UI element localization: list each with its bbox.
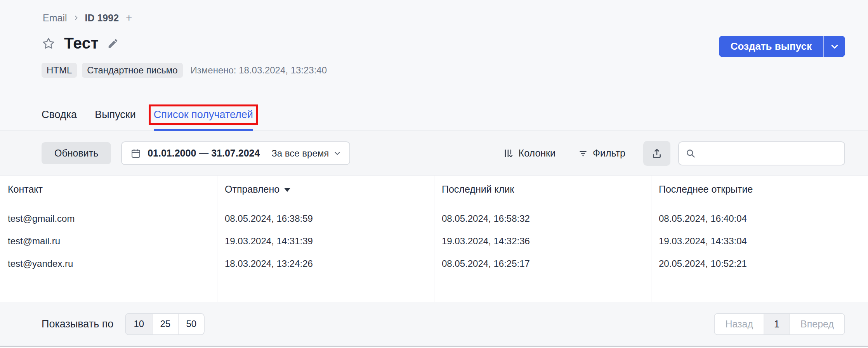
page-size-50[interactable]: 50 <box>178 314 204 334</box>
cell-last-open: 08.05.2024, 16:40:04 <box>651 213 868 224</box>
column-header-sent[interactable]: Отправлено <box>217 184 434 195</box>
column-header-last-click[interactable]: Последний клик <box>434 184 651 195</box>
modified-timestamp: Изменено: 18.03.2024, 13:23:40 <box>191 65 327 76</box>
cell-sent: 18.03.2024, 13:24:26 <box>217 258 434 269</box>
upload-icon <box>651 147 663 160</box>
breadcrumb-email-link[interactable]: Email <box>43 12 67 24</box>
pagination-next-button[interactable]: Вперед <box>789 314 844 334</box>
column-divider <box>434 176 434 302</box>
cell-sent: 19.03.2024, 14:31:39 <box>217 236 434 247</box>
recipients-table: Контакт Отправлено Последний клик Послед… <box>0 176 868 302</box>
search-input[interactable] <box>700 148 838 159</box>
period-dropdown[interactable]: За все время <box>271 148 342 159</box>
star-icon[interactable] <box>42 37 56 50</box>
cell-last-click: 08.05.2024, 16:58:32 <box>434 213 651 224</box>
column-divider <box>651 176 651 302</box>
cell-last-open: 19.03.2024, 14:33:04 <box>651 236 868 247</box>
active-tab-indicator <box>154 129 253 131</box>
create-issue-button[interactable]: Создать выпуск <box>719 36 823 57</box>
table-footer: Показывать по 10 25 50 Назад 1 Вперед <box>0 302 868 347</box>
cell-contact: test@mail.ru <box>0 236 217 247</box>
cell-last-click: 19.03.2024, 14:32:36 <box>434 236 651 247</box>
cell-last-open: 20.05.2024, 10:52:21 <box>651 258 868 269</box>
refresh-button[interactable]: Обновить <box>42 142 111 164</box>
column-header-contact[interactable]: Контакт <box>0 184 217 195</box>
column-divider <box>217 176 217 302</box>
tab-recipients[interactable]: Список получателей <box>154 109 253 130</box>
page-size-label: Показывать по <box>42 318 113 330</box>
pagination: Назад 1 Вперед <box>714 313 845 335</box>
add-tab-button[interactable]: + <box>126 12 132 24</box>
search-field <box>678 141 845 165</box>
export-button[interactable] <box>643 141 670 166</box>
pencil-icon[interactable] <box>107 38 119 49</box>
date-range-picker[interactable]: 01.01.2000 — 31.07.2024 За все время <box>121 141 350 165</box>
tab-summary[interactable]: Сводка <box>42 109 77 130</box>
date-range-value: 01.01.2000 — 31.07.2024 <box>148 148 260 159</box>
type-badge: Стандартное письмо <box>82 63 182 78</box>
chevron-down-icon <box>333 149 342 158</box>
page-size-10[interactable]: 10 <box>126 314 152 334</box>
page-title: Тест <box>64 34 99 52</box>
format-badge: HTML <box>42 63 77 78</box>
filter-button[interactable]: Фильтр <box>578 148 625 159</box>
triangle-down-icon <box>284 188 290 192</box>
chevron-down-icon[interactable] <box>824 36 845 57</box>
tab-bar: Сводка Выпуски Список получателей <box>42 109 253 130</box>
filter-lines-icon <box>578 148 588 158</box>
cell-sent: 08.05.2024, 16:38:59 <box>217 213 434 224</box>
create-issue-split-button: Создать выпуск <box>719 36 845 57</box>
pagination-current-page[interactable]: 1 <box>764 314 789 334</box>
column-header-last-open[interactable]: Последнее открытие <box>651 184 868 195</box>
page-size-switcher: 10 25 50 <box>125 313 205 335</box>
title-row: Тест <box>42 34 119 52</box>
breadcrumb-campaign-id: ID 1992 <box>85 12 119 24</box>
calendar-icon <box>130 148 141 159</box>
breadcrumb: Email ID 1992 + <box>43 12 132 24</box>
pagination-prev-button[interactable]: Назад <box>715 314 764 334</box>
search-icon <box>685 148 696 159</box>
meta-row: HTML Стандартное письмо Изменено: 18.03.… <box>42 63 327 78</box>
columns-icon <box>503 148 514 159</box>
cell-contact: test@yandex.ru <box>0 258 217 269</box>
tab-issues[interactable]: Выпуски <box>95 109 136 130</box>
cell-last-click: 08.05.2024, 16:25:17 <box>434 258 651 269</box>
table-toolbar: Обновить 01.01.2000 — 31.07.2024 За все … <box>0 131 868 176</box>
page-size-25[interactable]: 25 <box>152 314 178 334</box>
page-header: Email ID 1992 + Тест HTML Стандартное пи… <box>0 0 868 131</box>
columns-button[interactable]: Колонки <box>503 148 556 159</box>
cell-contact: test@gmail.com <box>0 213 217 224</box>
chevron-right-icon <box>73 15 79 21</box>
